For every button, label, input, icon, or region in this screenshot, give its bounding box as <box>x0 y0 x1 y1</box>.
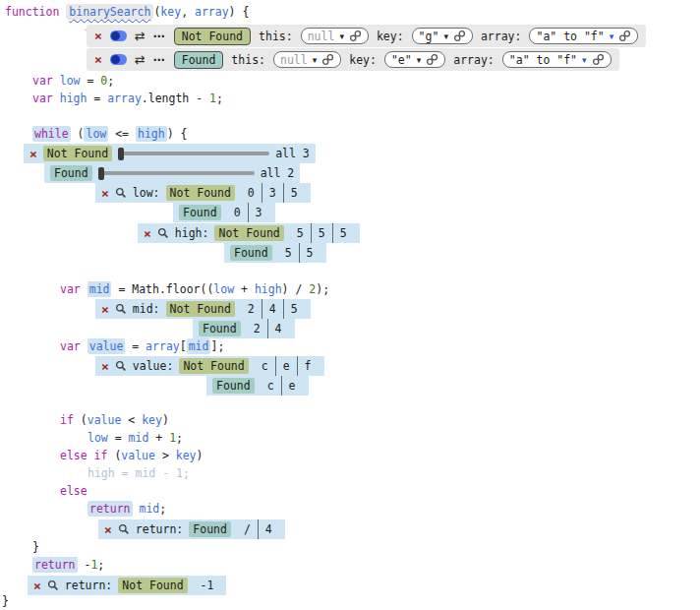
code-line-2[interactable]: var low = 0; <box>32 73 114 91</box>
code-line-14[interactable]: return -1; <box>32 557 104 575</box>
array-value-select[interactable]: "a" to "f" ▾ <box>529 28 638 44</box>
code-line-12[interactable]: return mid; <box>88 501 166 518</box>
punct: ; <box>107 74 114 88</box>
more-options-icon[interactable]: ⋯ <box>153 54 166 66</box>
array-value: "a" to "f" <box>509 53 577 67</box>
close-icon[interactable]: × <box>104 523 112 536</box>
code-line-9[interactable]: else if (value > key) <box>60 448 203 465</box>
punct: } <box>2 594 9 608</box>
value-cell: 4 <box>268 322 289 336</box>
status-badge-found: Found <box>212 378 255 394</box>
trace-label: low: <box>133 186 160 200</box>
punct: ; <box>97 558 104 572</box>
var-value-traced[interactable]: value <box>88 338 126 354</box>
slider-track[interactable] <box>102 171 255 175</box>
status-badge-found: Found <box>50 165 92 181</box>
close-icon[interactable]: × <box>94 30 102 42</box>
array-value-select[interactable]: "a" to "f" ▾ <box>502 51 612 68</box>
status-badge-found[interactable]: Found <box>174 51 224 69</box>
code-line-10-unexecuted[interactable]: high = mid - 1; <box>88 465 190 483</box>
value-cell: 2 <box>247 322 267 336</box>
code-line-6[interactable]: var value = array[mid]; <box>60 338 224 356</box>
punct: <= <box>108 127 136 141</box>
magnifier-icon[interactable] <box>118 523 130 535</box>
chevron-down-icon: ▾ <box>339 31 344 41</box>
toggle-on-icon[interactable] <box>110 30 127 41</box>
status-badge-not-found: Not Found <box>214 225 283 241</box>
this-value-select[interactable]: null ▾ <box>301 28 369 44</box>
code-line-8[interactable]: low = mid + 1; <box>88 430 183 448</box>
value-cell: 0 <box>241 186 262 200</box>
code-line-13[interactable]: } <box>32 539 39 557</box>
this-label: this: <box>259 30 293 43</box>
slider-track[interactable] <box>122 152 269 155</box>
function-name-binarySearch[interactable]: binarySearch <box>66 4 153 20</box>
code-line-4[interactable]: while (low <= high) { <box>32 126 187 144</box>
close-icon[interactable]: × <box>101 303 109 316</box>
chevron-down-icon: ▾ <box>443 31 448 41</box>
key-value: "g" <box>419 30 439 43</box>
slider-thumb[interactable] <box>98 167 104 180</box>
more-options-icon[interactable]: ⋯ <box>153 30 166 42</box>
close-icon[interactable]: × <box>144 227 151 240</box>
magnifier-icon[interactable] <box>157 227 169 239</box>
close-icon[interactable]: × <box>29 148 37 160</box>
keyword-while-traced[interactable]: while <box>32 126 71 142</box>
var-mid-traced[interactable]: mid <box>88 281 112 297</box>
close-icon[interactable]: × <box>33 580 41 592</box>
close-icon[interactable]: × <box>94 53 102 66</box>
link-icon[interactable] <box>349 30 362 42</box>
magnifier-icon[interactable] <box>115 187 127 199</box>
keyword-var: var <box>32 74 60 88</box>
link-icon[interactable] <box>426 53 438 66</box>
value-list: 03 <box>227 203 269 222</box>
code-line-15[interactable]: } <box>2 593 9 610</box>
punct: ( <box>74 413 88 427</box>
link-icon[interactable] <box>592 53 605 66</box>
magnifier-icon[interactable] <box>115 303 127 315</box>
link-icon[interactable] <box>453 30 466 42</box>
swap-arrows-icon[interactable]: ⇄ <box>135 53 146 66</box>
punct: - <box>78 558 91 572</box>
status-badge-not-found[interactable]: Not Found <box>174 28 251 45</box>
toggle-on-icon[interactable] <box>110 54 127 65</box>
close-icon[interactable]: × <box>101 360 109 373</box>
code-line-1[interactable]: function binarySearch(key, array) { <box>5 4 249 22</box>
trace-label: return: <box>65 579 112 592</box>
swap-arrows-icon[interactable]: ⇄ <box>135 30 146 42</box>
trace-label: mid: <box>133 302 160 316</box>
keyword-var: var <box>32 92 60 105</box>
key-value-select[interactable]: "e" ▾ <box>384 51 445 68</box>
var-mid-traced[interactable]: mid <box>187 338 211 354</box>
this-value-select[interactable]: null ▾ <box>273 51 341 68</box>
trace-label: return: <box>136 522 183 536</box>
hit-range-slider[interactable] <box>98 167 255 180</box>
slider-thumb[interactable] <box>118 148 124 160</box>
link-icon[interactable] <box>321 53 334 66</box>
keyword-return-traced[interactable]: return <box>88 501 133 517</box>
close-icon[interactable]: × <box>101 187 109 200</box>
value-list: /4 <box>237 519 279 539</box>
code-line-7[interactable]: if (value < key) <box>60 412 169 430</box>
punct: ( <box>107 449 121 462</box>
var-high-traced[interactable]: high <box>136 126 167 142</box>
chevron-down-icon: ▾ <box>610 31 614 41</box>
keyword-return-traced[interactable]: return <box>32 557 78 573</box>
var-low: low <box>213 282 234 296</box>
punct: + <box>234 282 255 296</box>
code-line-5[interactable]: var mid = Math.floor((low + high) / 2); <box>60 281 329 299</box>
key-value-select[interactable]: "g" ▾ <box>412 28 473 44</box>
code-line-11[interactable]: else <box>60 483 88 501</box>
var-low: low <box>60 74 81 88</box>
var-low-traced[interactable]: low <box>84 126 108 142</box>
magnifier-icon[interactable] <box>115 360 127 372</box>
param-array: array <box>195 5 229 19</box>
value-list: ce <box>261 376 303 396</box>
link-icon[interactable] <box>618 30 631 42</box>
punct: = <box>87 92 107 105</box>
magnifier-icon[interactable] <box>47 580 59 591</box>
value-cell: / <box>237 522 258 536</box>
code-line-3[interactable]: var high = array.length - 1; <box>32 91 223 108</box>
hit-range-slider[interactable] <box>118 148 269 160</box>
punct: ; <box>216 92 223 105</box>
